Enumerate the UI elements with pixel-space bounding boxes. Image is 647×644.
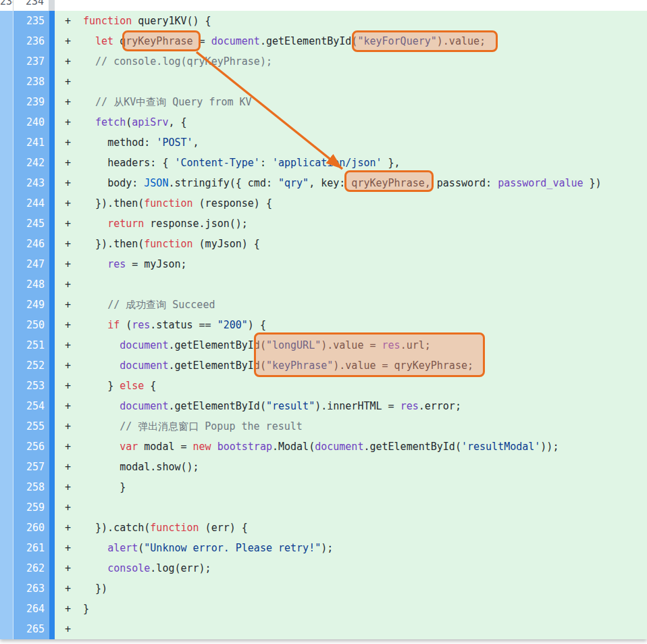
new-line-number[interactable]: 258	[14, 477, 49, 497]
added-marker-strip	[49, 599, 55, 619]
code-text: return response.json();	[83, 214, 248, 234]
old-line-number-cell	[0, 558, 14, 578]
code-text: var modal = new bootstrap.Modal(document…	[83, 437, 559, 457]
new-line-number[interactable]: 237	[14, 51, 49, 72]
new-line-number[interactable]: 257	[14, 457, 49, 477]
new-line-number[interactable]: 255	[14, 416, 49, 437]
add-marker: +	[65, 457, 71, 477]
added-marker-strip	[49, 153, 55, 173]
highlight-box-keyforquery-value	[352, 30, 498, 52]
old-line-number-cell	[0, 619, 14, 639]
new-line-number[interactable]: 249	[14, 295, 49, 315]
old-line-number-cell	[0, 376, 14, 396]
new-line-number[interactable]: 246	[14, 234, 49, 254]
new-line-number[interactable]: 235	[14, 11, 49, 31]
added-marker-strip	[49, 315, 55, 335]
added-marker-strip	[49, 497, 55, 518]
code-text: alert("Unknow error. Please retry!");	[83, 538, 333, 558]
new-line-number[interactable]: 238	[14, 72, 49, 92]
added-marker-strip	[49, 437, 55, 457]
new-line-number[interactable]: 239	[14, 92, 49, 112]
code-cell: + }).then(function (response) {	[55, 193, 647, 214]
add-marker: +	[65, 92, 71, 112]
add-marker: +	[65, 578, 71, 599]
added-marker-strip	[49, 274, 55, 295]
code-cell: + // 成功查询 Succeed	[55, 295, 647, 315]
added-marker-strip	[49, 193, 55, 214]
new-line-number[interactable]: 264	[14, 599, 49, 619]
old-line-number-cell	[0, 497, 14, 518]
new-line-number[interactable]: 243	[14, 173, 49, 193]
new-line-number[interactable]: 259	[14, 497, 49, 518]
old-line-number-cell	[0, 214, 14, 234]
add-marker: +	[65, 132, 71, 153]
code-cell: +	[55, 274, 647, 295]
old-line-number-cell	[0, 51, 14, 72]
new-line-number[interactable]: 260	[14, 518, 49, 538]
new-line-number-cell[interactable]: 234	[14, 0, 49, 11]
code-cell: + }	[55, 477, 647, 497]
old-line-number-cell	[0, 193, 14, 214]
code-text: function query1KV() {	[83, 11, 211, 31]
old-line-number-cell	[0, 416, 14, 437]
code-cell: +	[55, 72, 647, 92]
old-line-number-cell	[0, 153, 14, 173]
code-text: }).then(function (response) {	[83, 193, 272, 214]
new-line-number[interactable]: 236	[14, 31, 49, 51]
diff-line-row: 235+function query1KV() {	[0, 11, 647, 31]
diff-line-row: 257+ modal.show();	[0, 457, 647, 477]
new-line-number[interactable]: 248	[14, 274, 49, 295]
code-text: if (res.status == "200") {	[83, 315, 266, 335]
code-text: res = myJson;	[83, 254, 187, 274]
added-marker-strip	[49, 254, 55, 274]
added-marker-strip	[49, 558, 55, 578]
code-text: } else {	[83, 376, 156, 396]
new-line-number[interactable]: 251	[14, 335, 49, 355]
new-line-number[interactable]: 244	[14, 193, 49, 214]
new-line-number[interactable]: 250	[14, 315, 49, 335]
code-text: fetch(apiSrv, {	[83, 112, 187, 132]
diff-line-row: 265+	[0, 619, 647, 639]
old-line-number-cell	[0, 295, 14, 315]
diff-line-row: 261+ alert("Unknow error. Please retry!"…	[0, 538, 647, 558]
add-marker: +	[65, 72, 71, 92]
new-line-number[interactable]: 253	[14, 376, 49, 396]
code-text: body: JSON.stringify({ cmd: "qry", key: …	[83, 173, 602, 193]
new-line-number[interactable]: 256	[14, 437, 49, 457]
new-line-number[interactable]: 240	[14, 112, 49, 132]
code-cell: + // 弹出消息窗口 Popup the result	[55, 416, 647, 437]
added-marker-strip	[49, 416, 55, 437]
added-marker-strip	[49, 295, 55, 315]
old-line-number-cell	[0, 538, 14, 558]
new-line-number[interactable]: 262	[14, 558, 49, 578]
old-line-number-cell	[0, 254, 14, 274]
add-marker: +	[65, 477, 71, 497]
old-line-number-cell	[0, 396, 14, 416]
added-marker-strip	[49, 457, 55, 477]
new-line-number[interactable]: 252	[14, 355, 49, 376]
new-line-number[interactable]: 254	[14, 396, 49, 416]
add-marker: +	[65, 355, 71, 376]
old-line-number-cell	[0, 11, 14, 31]
code-cell: + res = myJson;	[55, 254, 647, 274]
added-marker-strip	[49, 376, 55, 396]
new-line-number[interactable]: 245	[14, 214, 49, 234]
added-marker-strip	[49, 11, 55, 31]
code-text: // 弹出消息窗口 Popup the result	[83, 416, 303, 437]
code-text: console.log(err);	[83, 558, 211, 578]
added-marker-strip	[49, 173, 55, 193]
old-line-number-cell[interactable]: 234	[0, 0, 14, 11]
new-line-number[interactable]: 241	[14, 132, 49, 153]
diff-line-row: 263+ })	[0, 578, 647, 599]
diff-line-row: 237+ // console.log(qryKeyPhrase);	[0, 51, 647, 72]
new-line-number[interactable]: 263	[14, 578, 49, 599]
new-line-number[interactable]: 261	[14, 538, 49, 558]
code-cell: + alert("Unknow error. Please retry!");	[55, 538, 647, 558]
new-line-number[interactable]: 242	[14, 153, 49, 173]
new-line-number[interactable]: 265	[14, 619, 49, 639]
code-cell: +}	[55, 599, 647, 619]
new-line-number[interactable]: 247	[14, 254, 49, 274]
diff-line-row: 255+ // 弹出消息窗口 Popup the result	[0, 416, 647, 437]
added-marker-strip	[49, 578, 55, 599]
add-marker: +	[65, 619, 71, 639]
